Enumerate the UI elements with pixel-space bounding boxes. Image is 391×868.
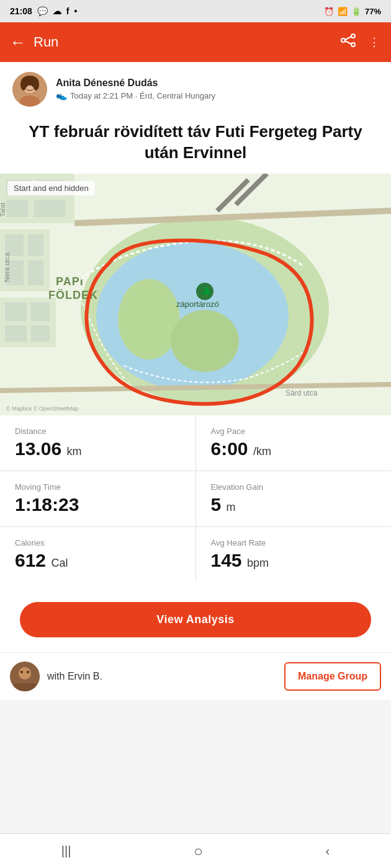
view-analysis-button[interactable]: View Analysis	[20, 602, 371, 637]
bottom-nav: ||| ○ ‹	[0, 833, 391, 868]
stat-avg-heart-rate-value: 145 bpm	[211, 550, 377, 571]
svg-point-46	[20, 671, 23, 673]
companion-avatar	[10, 662, 40, 691]
cloud-icon: ☁	[53, 6, 61, 16]
stat-calories: Calories 612 Cal	[0, 527, 196, 582]
nav-title: Run	[34, 34, 58, 50]
svg-text:Talat: Talat	[0, 202, 6, 216]
svg-rect-29	[31, 326, 50, 342]
status-time: 21:08	[10, 6, 32, 16]
svg-point-9	[33, 78, 39, 91]
stats-row-2: Moving Time 1:18:23 Elevation Gain 5 m	[0, 471, 391, 527]
user-meta: 👟 Today at 2:21 PM · Érd, Central Hungar…	[56, 90, 379, 101]
svg-rect-19	[34, 200, 65, 217]
svg-point-2	[341, 38, 345, 42]
messenger-icon: 💬	[37, 6, 48, 16]
map-container[interactable]: Nera utca Talat PAPI FÖLDEK 🌲 záportároz…	[0, 174, 391, 415]
stat-calories-label: Calories	[15, 538, 181, 547]
status-left: 21:08 💬 ☁ f •	[10, 6, 77, 16]
svg-rect-18	[6, 200, 28, 217]
stat-elevation-gain-label: Elevation Gain	[211, 482, 377, 492]
svg-point-44	[19, 667, 31, 680]
more-icon[interactable]: ⋮	[369, 35, 381, 49]
svg-point-10	[25, 84, 28, 87]
stat-elevation-gain-value: 5 m	[211, 494, 377, 515]
stat-moving-time-label: Moving Time	[15, 482, 181, 492]
svg-rect-27	[31, 303, 50, 321]
run-title: YT február rövidített táv Futi Fergeteg …	[0, 117, 391, 174]
nav-home-icon[interactable]: ○	[194, 843, 203, 860]
svg-point-47	[27, 671, 29, 673]
nav-left: ← Run	[10, 33, 58, 52]
nav-right: ⋮	[340, 33, 381, 51]
svg-rect-24	[28, 260, 43, 285]
user-name: Anita Dénesné Dudás	[56, 78, 379, 89]
battery-icon: 🔋	[351, 7, 361, 16]
nav-menu-icon[interactable]: |||	[61, 844, 71, 858]
svg-line-4	[345, 41, 351, 44]
stat-moving-time-value: 1:18:23	[15, 494, 181, 515]
svg-point-1	[351, 43, 355, 46]
svg-point-8	[20, 78, 27, 91]
main-content: Anita Dénesné Dudás 👟 Today at 2:21 PM ·…	[0, 62, 391, 700]
svg-text:© Mapbox © OpenStreetMap: © Mapbox © OpenStreetMap	[6, 405, 78, 412]
stat-distance: Distance 13.06 km	[0, 415, 196, 471]
svg-rect-28	[5, 326, 27, 342]
share-icon[interactable]	[340, 33, 356, 51]
map-label: Start and end hidden	[7, 181, 95, 195]
companion-text: with Ervin B.	[47, 671, 102, 682]
svg-rect-23	[28, 234, 43, 256]
user-meta-text: Today at 2:21 PM · Érd, Central Hungary	[70, 91, 215, 100]
stat-distance-value: 13.06 km	[15, 438, 181, 459]
stat-avg-pace-label: Avg Pace	[211, 427, 377, 436]
stats-grid: Distance 13.06 km Avg Pace 6:00 /km Movi…	[0, 415, 391, 582]
stats-row-1: Distance 13.06 km Avg Pace 6:00 /km	[0, 415, 391, 471]
svg-point-35	[171, 310, 239, 372]
companion-info: with Ervin B.	[10, 662, 102, 691]
user-header: Anita Dénesné Dudás 👟 Today at 2:21 PM ·…	[0, 62, 391, 117]
svg-point-11	[32, 84, 34, 87]
svg-rect-45	[13, 683, 37, 691]
alarm-icon: ⏰	[324, 7, 334, 16]
svg-text:🌲: 🌲	[201, 286, 212, 297]
stat-distance-label: Distance	[15, 427, 181, 436]
shoe-icon: 👟	[56, 90, 68, 101]
dot-icon: •	[74, 6, 77, 16]
nav-back-icon[interactable]: ‹	[325, 844, 330, 858]
svg-text:Nera utca: Nera utca	[3, 252, 11, 282]
bottom-section: with Ervin B. Manage Group	[0, 652, 391, 700]
view-analysis-section: View Analysis	[0, 582, 391, 652]
stat-avg-pace-value: 6:00 /km	[211, 438, 377, 459]
manage-group-button[interactable]: Manage Group	[284, 662, 381, 691]
user-info: Anita Dénesné Dudás 👟 Today at 2:21 PM ·…	[56, 78, 379, 101]
stat-avg-pace: Avg Pace 6:00 /km	[196, 415, 392, 471]
status-bar: 21:08 💬 ☁ f • ⏰ 📶 🔋 77%	[0, 0, 391, 22]
battery-level: 77%	[365, 7, 381, 16]
facebook-icon: f	[66, 6, 70, 16]
svg-text:PAPI: PAPI	[56, 275, 84, 288]
back-button[interactable]: ←	[10, 33, 26, 52]
stat-avg-heart-rate: Avg Heart Rate 145 bpm	[196, 527, 392, 582]
stat-avg-heart-rate-label: Avg Heart Rate	[211, 538, 377, 547]
stat-elevation-gain: Elevation Gain 5 m	[196, 471, 392, 526]
wifi-icon: 📶	[338, 7, 348, 16]
stats-row-3: Calories 612 Cal Avg Heart Rate 145 bpm	[0, 527, 391, 582]
svg-point-34	[118, 279, 180, 360]
nav-bar: ← Run ⋮	[0, 22, 391, 62]
avatar	[12, 72, 47, 107]
stat-moving-time: Moving Time 1:18:23	[0, 471, 196, 526]
status-right: ⏰ 📶 🔋 77%	[324, 7, 381, 16]
stat-calories-value: 612 Cal	[15, 550, 181, 571]
svg-rect-26	[5, 303, 27, 321]
svg-text:Sárd utca: Sárd utca	[285, 389, 318, 397]
svg-text:záportározó: záportározó	[176, 299, 219, 309]
svg-line-3	[345, 37, 351, 40]
svg-point-0	[351, 34, 355, 38]
